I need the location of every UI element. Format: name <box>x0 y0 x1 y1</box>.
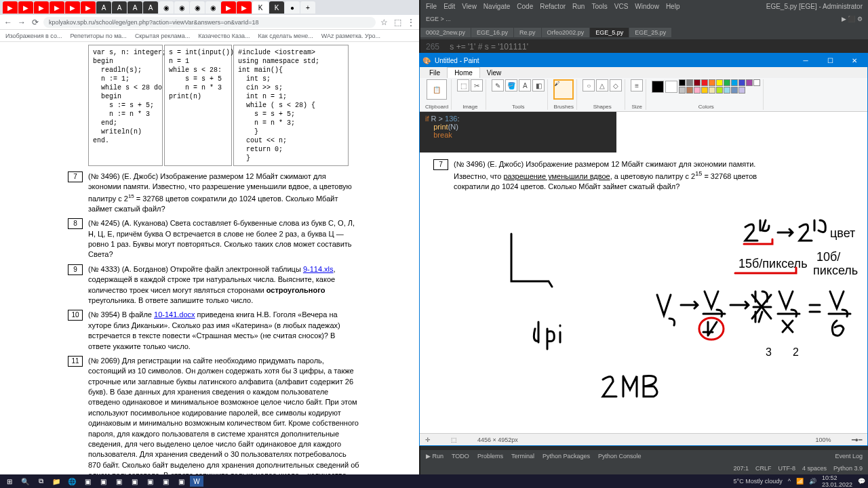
browser-tab[interactable]: A <box>112 1 127 14</box>
start-button[interactable]: ⊞ <box>3 476 16 487</box>
color-swatch[interactable] <box>716 79 723 86</box>
color-swatch[interactable] <box>701 87 708 94</box>
browser-tab[interactable]: ◉ <box>190 1 205 14</box>
editor-tab[interactable]: Orfeo2002.py <box>542 28 590 37</box>
menu-item[interactable]: Tools <box>591 3 607 10</box>
tray-icon[interactable]: ^ <box>788 478 791 485</box>
tool-tab[interactable]: Python Console <box>598 453 642 460</box>
word-icon[interactable]: W <box>190 476 203 487</box>
forward-button[interactable]: → <box>16 17 27 28</box>
menu-item[interactable]: File <box>426 3 437 10</box>
color-swatch[interactable] <box>686 79 693 86</box>
app-icon[interactable]: ▣ <box>127 476 141 487</box>
tab-file[interactable]: File <box>422 68 447 78</box>
color-swatch[interactable] <box>709 79 715 86</box>
browser-tab[interactable]: ▶ <box>34 1 49 14</box>
event-log[interactable]: Event Log <box>835 453 863 460</box>
pencil-tool[interactable]: ✎ <box>492 79 504 92</box>
tool-tab[interactable]: Python Packages <box>542 453 590 460</box>
color-swatch[interactable] <box>724 87 730 94</box>
fill-tool[interactable]: 🪣 <box>505 79 517 92</box>
app-icon[interactable]: ▣ <box>159 476 172 487</box>
color-swatch[interactable] <box>679 79 686 86</box>
browser-tab[interactable]: A <box>96 1 111 14</box>
star-icon[interactable]: ☆ <box>378 17 389 28</box>
text-tool[interactable]: A <box>519 79 531 92</box>
color-swatch[interactable] <box>686 87 693 94</box>
close-button[interactable]: ✕ <box>844 54 865 66</box>
menu-item[interactable]: VCS <box>614 3 629 10</box>
color-swatch[interactable] <box>679 87 686 94</box>
bookmark[interactable]: WAz разметка. Уро... <box>321 33 380 39</box>
back-button[interactable]: ← <box>3 17 14 28</box>
color-swatch[interactable] <box>709 87 715 94</box>
tab-view[interactable]: View <box>480 68 509 78</box>
shape[interactable]: ○ <box>583 79 595 92</box>
menu-icon[interactable]: ⋮ <box>406 17 416 28</box>
browser-tab[interactable]: ▶ <box>50 1 64 14</box>
browser-tab[interactable]: ▶ <box>237 1 252 14</box>
app-icon[interactable]: ▣ <box>112 476 125 487</box>
color1[interactable] <box>652 81 664 93</box>
network-icon[interactable]: 📶 <box>796 478 804 485</box>
editor-tab[interactable]: 0002_2new.py <box>420 28 471 37</box>
bookmark[interactable]: Изображения в со... <box>5 33 62 39</box>
browser-tab[interactable]: ▶ <box>81 1 96 14</box>
browser-tab[interactable]: ▶ <box>3 1 18 14</box>
editor-tab[interactable]: EGE_16.py <box>471 28 513 37</box>
menu-item[interactable]: Window <box>635 3 659 10</box>
bookmark[interactable]: Как сделать мене... <box>258 33 313 39</box>
size-button[interactable]: ≡ <box>631 79 643 92</box>
menu-item[interactable]: Navigate <box>484 3 510 10</box>
app-icon[interactable]: ▣ <box>174 476 188 487</box>
tool-tab[interactable]: TODO <box>452 453 469 460</box>
tool-tab[interactable]: ▶ Run <box>426 453 443 460</box>
browser-tab[interactable]: ◉ <box>159 1 174 14</box>
browser-tab-active[interactable]: K <box>252 1 269 14</box>
brushes-button[interactable]: 🖌 <box>553 79 574 100</box>
color-swatch[interactable] <box>694 79 701 86</box>
browser-tab[interactable]: ◉ <box>205 1 220 14</box>
reload-button[interactable]: ⟳ <box>30 17 41 28</box>
color-swatch[interactable] <box>724 79 730 86</box>
app-icon[interactable]: ▣ <box>96 476 110 487</box>
minimize-button[interactable]: ─ <box>795 54 816 66</box>
color-swatch[interactable] <box>753 79 760 86</box>
color-swatch[interactable] <box>716 87 723 94</box>
menu-item[interactable]: Refactor <box>540 3 566 10</box>
app-icon[interactable]: ▣ <box>81 476 94 487</box>
file-link[interactable]: 9-114.xls <box>303 265 334 273</box>
notifications-icon[interactable]: 💬 <box>858 478 865 485</box>
browser-tab[interactable]: A <box>143 1 158 14</box>
editor-tab-active[interactable]: EGE_5.py <box>590 28 629 37</box>
crop-button[interactable]: ✂ <box>471 79 483 92</box>
browser-tab[interactable]: A <box>127 1 142 14</box>
bookmark[interactable]: Репетиторы по ма... <box>70 33 126 39</box>
color-swatch[interactable] <box>701 79 708 86</box>
menu-item[interactable]: View <box>462 3 477 10</box>
color-swatch[interactable] <box>738 79 745 86</box>
eraser-tool[interactable]: ◧ <box>532 79 545 92</box>
browser-tab[interactable]: K <box>269 1 284 14</box>
chrome-icon[interactable]: 🌐 <box>65 476 79 487</box>
menu-item[interactable]: Run <box>572 3 585 10</box>
paste-button[interactable]: 📋 <box>427 79 447 100</box>
tool-tab[interactable]: Terminal <box>511 453 534 460</box>
search-icon[interactable]: 🔍 <box>18 476 32 487</box>
new-tab-button[interactable]: + <box>300 1 315 14</box>
bookmark[interactable]: Скрытая реклама... <box>135 33 190 39</box>
color-swatch[interactable] <box>746 79 753 86</box>
color-swatch[interactable] <box>738 87 745 94</box>
app-icon[interactable]: ▣ <box>143 476 157 487</box>
extension-icon[interactable]: ⬚ <box>392 17 403 28</box>
browser-tab[interactable]: ▶ <box>18 1 33 14</box>
editor-tab[interactable]: EGE_25.py <box>629 28 671 37</box>
file-link[interactable]: 10-141.docx <box>154 310 195 319</box>
zoom-slider[interactable]: ━●━ <box>852 436 862 443</box>
shape[interactable]: ◇ <box>610 79 622 92</box>
color-swatch[interactable] <box>731 87 738 94</box>
browser-tab[interactable]: ● <box>285 1 300 14</box>
task-view-icon[interactable]: ⧉ <box>34 476 47 487</box>
browser-tab[interactable]: ▶ <box>65 1 80 14</box>
browser-tab[interactable]: ▶ <box>221 1 236 14</box>
